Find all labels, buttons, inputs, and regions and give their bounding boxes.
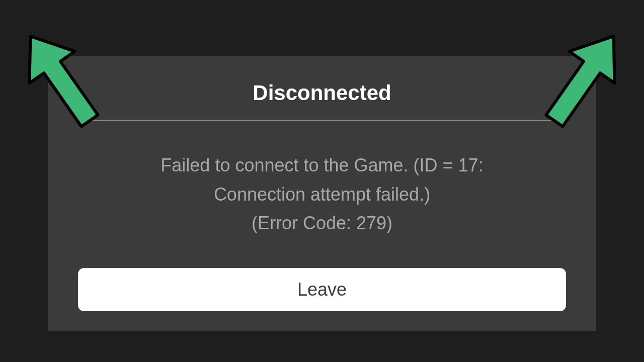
disconnected-dialog: Disconnected Failed to connect to the Ga… (48, 56, 596, 331)
dialog-message: Failed to connect to the Game. (ID = 17:… (78, 151, 566, 238)
message-line: Failed to connect to the Game. (ID = 17: (78, 151, 566, 180)
divider (78, 120, 566, 121)
pointer-arrow-left-icon (0, 10, 116, 143)
dialog-title: Disconnected (78, 81, 566, 105)
leave-button[interactable]: Leave (78, 268, 566, 311)
message-line: (Error Code: 279) (78, 209, 566, 238)
message-line: Connection attempt failed.) (78, 180, 566, 209)
pointer-arrow-right-icon (528, 10, 644, 143)
